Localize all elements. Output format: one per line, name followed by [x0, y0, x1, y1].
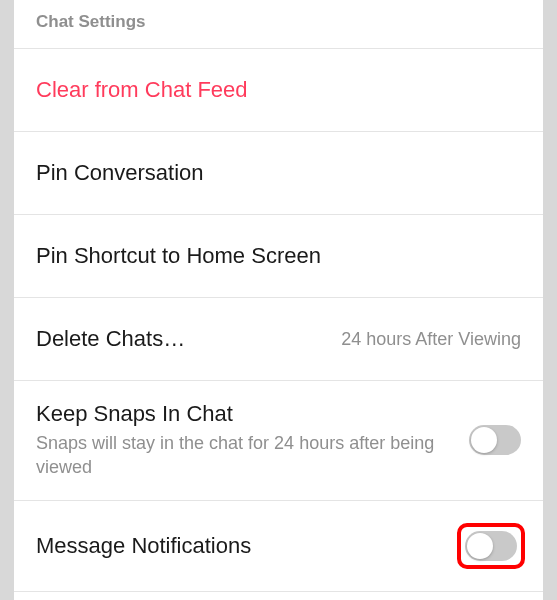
row-clear-chat-feed[interactable]: Clear from Chat Feed [14, 49, 543, 132]
row-label: Pin Shortcut to Home Screen [36, 243, 321, 269]
row-keep-snaps-in-chat: Keep Snaps In Chat Snaps will stay in th… [14, 381, 543, 501]
row-delete-chats[interactable]: Delete Chats… 24 hours After Viewing [14, 298, 543, 381]
row-subtitle: Snaps will stay in the chat for 24 hours… [36, 431, 449, 480]
row-label: Clear from Chat Feed [36, 77, 248, 103]
row-label: Delete Chats… [36, 326, 185, 352]
row-label: Keep Snaps In Chat [36, 401, 449, 427]
row-pin-shortcut-home-screen[interactable]: Pin Shortcut to Home Screen [14, 215, 543, 298]
toggle-keep-snaps[interactable] [469, 425, 521, 455]
row-pin-conversation[interactable]: Pin Conversation [14, 132, 543, 215]
section-header-chat-settings: Chat Settings [14, 0, 543, 49]
row-text-block: Keep Snaps In Chat Snaps will stay in th… [36, 401, 469, 480]
row-label: Message Notifications [36, 533, 251, 559]
row-label: Pin Conversation [36, 160, 204, 186]
row-value: 24 hours After Viewing [341, 329, 521, 350]
settings-sheet: Chat Settings Clear from Chat Feed Pin C… [14, 0, 543, 600]
annotation-highlight-box [457, 523, 525, 569]
toggle-knob [471, 427, 497, 453]
row-message-notifications: Message Notifications [14, 501, 543, 592]
toggle-knob [467, 533, 493, 559]
toggle-message-notifications[interactable] [465, 531, 517, 561]
